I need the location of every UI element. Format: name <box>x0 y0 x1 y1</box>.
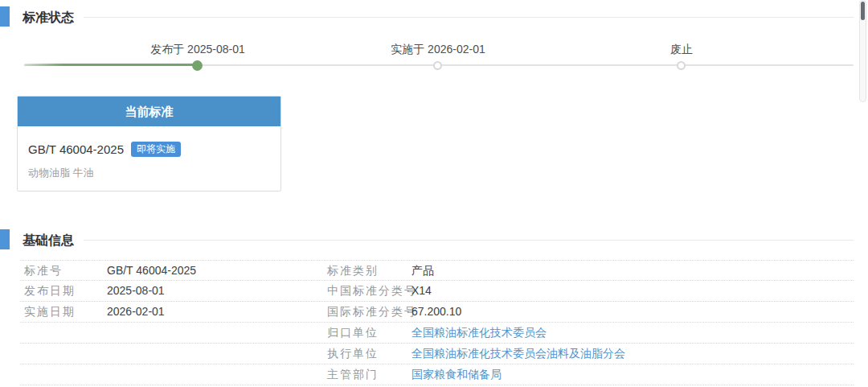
table-row: 执行单位 全国粮油标准化技术委员会油料及油脂分会 <box>20 344 854 364</box>
timeline-dot-abolished <box>677 61 686 70</box>
field-value-china-classification: X14 <box>411 281 432 301</box>
field-label-ics-classification: 国际标准分类号 <box>327 302 417 322</box>
field-label-standard-category: 标准类别 <box>327 261 379 281</box>
standard-name: 动物油脂 牛油 <box>28 166 270 180</box>
section-marker <box>0 229 10 249</box>
table-row: 实施日期 2026-02-01 国际标准分类号 67.200.10 <box>20 302 854 323</box>
standard-code: GB/T 46004-2025 <box>28 142 124 156</box>
field-label-implement-date: 实施日期 <box>24 302 76 322</box>
link-centralization-unit[interactable]: 全国粮油标准化技术委员会 <box>411 323 547 343</box>
field-value-implement-date: 2026-02-01 <box>107 302 165 322</box>
field-label-china-classification: 中国标准分类号 <box>327 281 417 301</box>
status-badge: 即将实施 <box>131 142 181 157</box>
field-value-publish-date: 2025-08-01 <box>107 281 165 301</box>
field-value-ics-classification: 67.200.10 <box>411 302 461 322</box>
section-marker <box>0 6 10 27</box>
table-row: 发布日期 2025-08-01 中国标准分类号 X14 <box>20 281 854 302</box>
section-title-basic-info: 基础信息 <box>23 233 74 249</box>
field-label-executing-unit: 执行单位 <box>327 344 379 364</box>
timeline-progress <box>24 64 199 66</box>
table-row: 标准号 GB/T 46004-2025 标准类别 产品 <box>20 260 854 281</box>
table-row: 归口单位 全国粮油标准化技术委员会 <box>20 323 854 344</box>
basic-info-table: 标准号 GB/T 46004-2025 标准类别 产品 发布日期 2025-08… <box>20 260 854 385</box>
scrollbar[interactable] <box>859 0 866 102</box>
timeline-label-published: 发布于 2025-08-01 <box>109 43 286 57</box>
field-label-publish-date: 发布日期 <box>24 281 76 301</box>
standard-detail-page: 标准状态 发布于 2025-08-01 实施于 2026-02-01 废止 当前… <box>0 0 868 387</box>
field-value-standard-number: GB/T 46004-2025 <box>107 261 196 281</box>
field-label-competent-department: 主管部门 <box>327 364 379 385</box>
section-divider <box>84 17 854 18</box>
field-label-standard-number: 标准号 <box>24 261 63 281</box>
section-title-standard-status: 标准状态 <box>23 10 74 27</box>
field-label-centralization-unit: 归口单位 <box>327 323 379 343</box>
current-standard-card: 当前标准 GB/T 46004-2025 即将实施 动物油脂 牛油 <box>17 96 281 191</box>
table-row: 主管部门 国家粮食和储备局 <box>20 364 854 385</box>
link-executing-unit[interactable]: 全国粮油标准化技术委员会油料及油脂分会 <box>411 344 625 364</box>
current-standard-card-header: 当前标准 <box>18 97 280 126</box>
section-divider <box>84 240 854 241</box>
link-competent-department[interactable]: 国家粮食和储备局 <box>411 364 502 385</box>
field-value-standard-category: 产品 <box>411 261 434 281</box>
timeline-dot-published <box>192 60 203 71</box>
scrollbar-thumb[interactable] <box>861 2 865 20</box>
timeline-label-abolished: 废止 <box>593 43 770 57</box>
timeline-label-implemented: 实施于 2026-02-01 <box>350 43 526 57</box>
timeline-dot-implemented <box>433 61 442 70</box>
